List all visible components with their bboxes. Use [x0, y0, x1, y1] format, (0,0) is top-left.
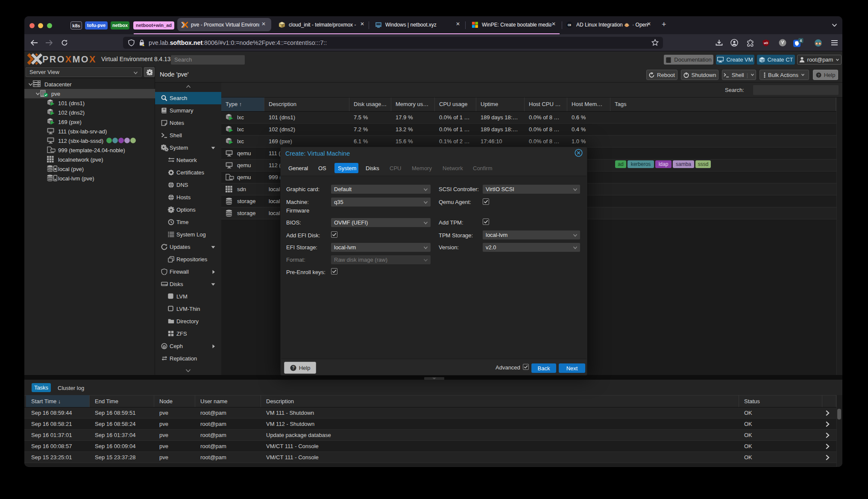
svg-text:OI: OI: [568, 23, 571, 27]
svg-text:4: 4: [800, 38, 802, 43]
svg-text:?: ?: [292, 366, 294, 370]
svg-text:uO: uO: [764, 41, 768, 44]
svg-text:?: ?: [818, 73, 820, 77]
